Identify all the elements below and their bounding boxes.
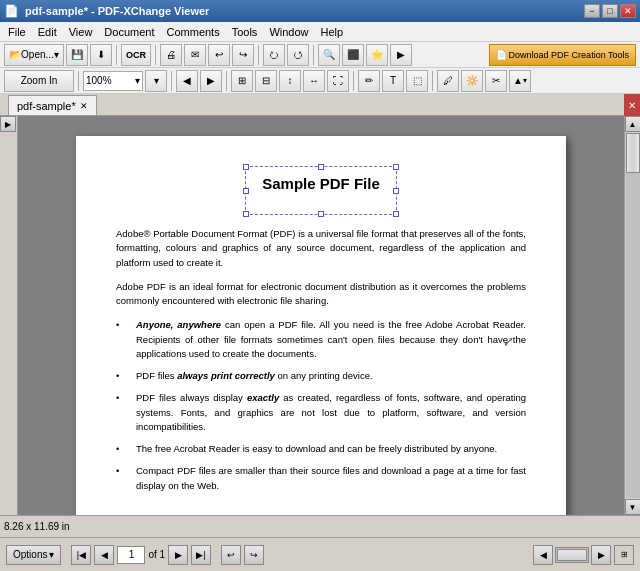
rewind-button[interactable]: ↩: [221, 545, 241, 565]
tab-label: pdf-sample*: [17, 100, 76, 112]
window-title: pdf-sample* - PDF-XChange Viewer: [25, 5, 209, 17]
scroll-up-button[interactable]: ▲: [625, 116, 641, 132]
tb-btn-3[interactable]: ↩: [208, 44, 230, 66]
menu-comments[interactable]: Comments: [161, 24, 226, 40]
pdf-tools-button[interactable]: 📄 Download PDF Creation Tools: [489, 44, 636, 66]
save-button[interactable]: 💾: [66, 44, 88, 66]
zoom-down-btn[interactable]: ▾: [145, 70, 167, 92]
bullet-3: •: [116, 391, 132, 434]
first-page-button[interactable]: |◀: [71, 545, 91, 565]
zoom-in-button[interactable]: Zoom In: [4, 70, 74, 92]
h-scrollbar-area: ◀ ▶: [533, 545, 611, 565]
separator-3: [258, 45, 259, 65]
tab-bar-wrapper: pdf-sample* ✕ ✕: [0, 94, 640, 116]
tb-color-1[interactable]: 🖊: [437, 70, 459, 92]
pdf-paragraph-1: Adobe® Portable Document Format (PDF) is…: [116, 227, 526, 270]
tb-btn-8[interactable]: ⬛: [342, 44, 364, 66]
ocr-button[interactable]: OCR: [121, 44, 151, 66]
bullet-4: •: [116, 442, 132, 456]
open-icon: 📂: [9, 49, 21, 60]
tb-edit-1[interactable]: ✏: [358, 70, 380, 92]
tb-nav-1[interactable]: ◀: [176, 70, 198, 92]
menu-help[interactable]: Help: [315, 24, 350, 40]
tb-btn-5[interactable]: ⭮: [263, 44, 285, 66]
pdf-tab[interactable]: pdf-sample* ✕: [8, 95, 97, 115]
bullet-1: •: [116, 318, 132, 361]
page-number-input[interactable]: [117, 546, 145, 564]
scroll-down-button[interactable]: ▼: [625, 499, 641, 515]
handle-bl: [243, 211, 249, 217]
print-button[interactable]: 🖨: [160, 44, 182, 66]
main-area: ▶ Sample PDF File: [0, 116, 640, 515]
tb-btn-9[interactable]: ⭐: [366, 44, 388, 66]
handle-tm: [318, 164, 324, 170]
tb-btn-6[interactable]: ⭯: [287, 44, 309, 66]
separator-5: [78, 71, 79, 91]
tb-view-1[interactable]: ⊞: [231, 70, 253, 92]
list-item-3-bold: exactly: [247, 392, 279, 403]
corner-resize[interactable]: ⊞: [614, 545, 634, 565]
zoom-dropdown[interactable]: 100% ▾: [83, 71, 143, 91]
list-item-1: • Anyone, anywhere can open a PDF file. …: [116, 318, 526, 361]
handle-tr: [393, 164, 399, 170]
list-item-2: • PDF files always print correctly on an…: [116, 369, 526, 383]
tab-close-button[interactable]: ✕: [80, 101, 88, 111]
handle-rm: [393, 188, 399, 194]
tb-btn-1[interactable]: ⬇: [90, 44, 112, 66]
handle-br: [393, 211, 399, 217]
menu-window[interactable]: Window: [263, 24, 314, 40]
tb-btn-7[interactable]: 🔍: [318, 44, 340, 66]
h-scrollbar[interactable]: [555, 547, 589, 563]
forward-button[interactable]: ↪: [244, 545, 264, 565]
pdf-paragraph-2: Adobe PDF is an ideal format for electro…: [116, 280, 526, 309]
panel-toggle[interactable]: ▶: [0, 116, 16, 132]
separator-2: [155, 45, 156, 65]
tb-marker[interactable]: ▲▾: [509, 70, 531, 92]
bullet-2: •: [116, 369, 132, 383]
tb-color-3[interactable]: ✂: [485, 70, 507, 92]
list-item-1-bold: Anyone, anywhere: [136, 319, 221, 330]
tb-btn-10[interactable]: ▶: [390, 44, 412, 66]
open-button[interactable]: 📂 Open... ▾: [4, 44, 64, 66]
list-item-3-text: PDF files always display exactly as crea…: [136, 391, 526, 434]
menu-file[interactable]: File: [2, 24, 32, 40]
menu-bar: File Edit View Document Comments Tools W…: [0, 22, 640, 42]
options-button[interactable]: Options ▾: [6, 545, 61, 565]
menu-document[interactable]: Document: [98, 24, 160, 40]
separator-1: [116, 45, 117, 65]
tb-btn-2[interactable]: ✉: [184, 44, 206, 66]
toolbar-2: Zoom In 100% ▾ ▾ ◀ ▶ ⊞ ⊟ ↕ ↔ ⛶ ✏ T ⬚ 🖊 🔆…: [0, 68, 640, 94]
menu-view[interactable]: View: [63, 24, 99, 40]
tb-btn-4[interactable]: ↪: [232, 44, 254, 66]
scroll-track[interactable]: [626, 133, 640, 498]
tb-color-2[interactable]: 🔆: [461, 70, 483, 92]
tb-view-5[interactable]: ⛶: [327, 70, 349, 92]
scroll-right-button[interactable]: ▶: [591, 545, 611, 565]
menu-edit[interactable]: Edit: [32, 24, 63, 40]
h-scroll-thumb[interactable]: [557, 549, 587, 561]
panel-close-button[interactable]: ✕: [624, 94, 640, 116]
handle-bm: [318, 211, 324, 217]
title-bar: 📄 pdf-sample* - PDF-XChange Viewer − □ ✕: [0, 0, 640, 22]
bullet-5: •: [116, 464, 132, 493]
close-button[interactable]: ✕: [620, 4, 636, 18]
vertical-scrollbar: ▲ ▼: [624, 116, 640, 515]
scroll-left-button[interactable]: ◀: [533, 545, 553, 565]
tb-view-3[interactable]: ↕: [279, 70, 301, 92]
tb-edit-3[interactable]: ⬚: [406, 70, 428, 92]
tb-view-2[interactable]: ⊟: [255, 70, 277, 92]
last-page-button[interactable]: ▶|: [191, 545, 211, 565]
next-page-button[interactable]: ▶: [168, 545, 188, 565]
content-area: Sample PDF File ⤢ Adobe® Portable Docume…: [18, 116, 624, 515]
tb-view-4[interactable]: ↔: [303, 70, 325, 92]
menu-tools[interactable]: Tools: [226, 24, 264, 40]
maximize-button[interactable]: □: [602, 4, 618, 18]
separator-8: [353, 71, 354, 91]
tb-edit-2[interactable]: T: [382, 70, 404, 92]
scroll-thumb[interactable]: [626, 133, 640, 173]
tb-nav-2[interactable]: ▶: [200, 70, 222, 92]
minimize-button[interactable]: −: [584, 4, 600, 18]
pdf-icon: 📄: [496, 50, 507, 60]
separator-9: [432, 71, 433, 91]
prev-page-button[interactable]: ◀: [94, 545, 114, 565]
